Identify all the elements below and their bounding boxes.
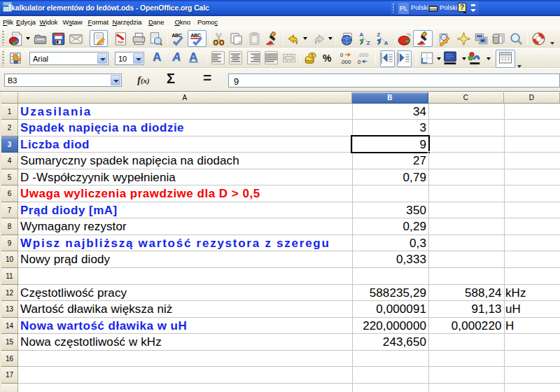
svg-text:.000: .000 [340,59,351,65]
svg-text:A: A [384,39,388,46]
svg-text:A: A [359,31,363,38]
svg-text:Z: Z [366,39,370,46]
svg-text:0: 0 [358,59,361,65]
svg-text:PDF: PDF [118,41,124,44]
svg-text:.000: .000 [358,52,369,58]
svg-text:%: % [406,32,410,37]
svg-text:ABC: ABC [190,31,201,38]
svg-text:$: $ [311,53,314,58]
svg-text:Z: Z [377,31,380,38]
svg-text:0: 0 [340,52,344,58]
